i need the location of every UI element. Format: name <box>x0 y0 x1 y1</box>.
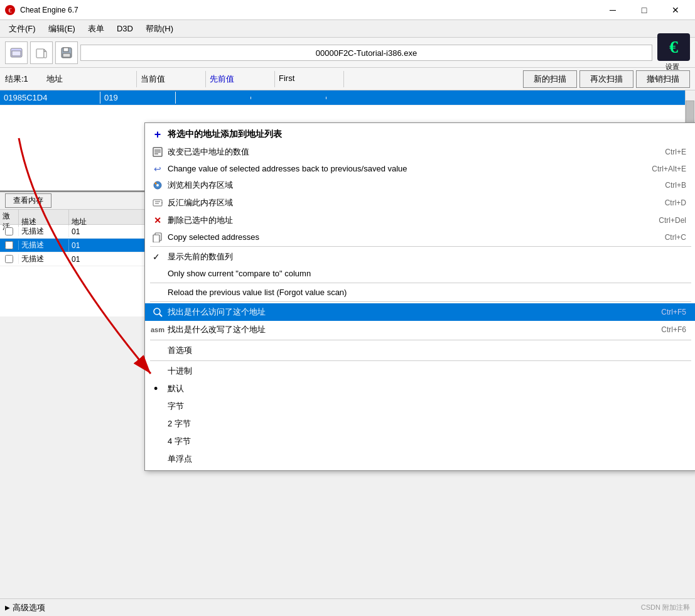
address-row-1-desc: 无描述 <box>19 225 69 237</box>
advanced-label: 高级选项 <box>13 602 45 613</box>
new-scan-button[interactable]: 新的扫描 <box>523 70 577 88</box>
ctx-find-writes-shortcut: Ctrl+F6 <box>636 325 686 334</box>
menu-d3d[interactable]: D3D <box>110 21 139 36</box>
ctx-delete-shortcut: Ctrl+Del <box>633 216 686 225</box>
ctx-float[interactable]: 单浮点 <box>145 450 695 468</box>
ctx-delete[interactable]: ✕ 删除已选中的地址 Ctrl+Del <box>145 212 695 229</box>
copy-icon <box>151 232 164 242</box>
advanced-options[interactable]: ▶ 高级选项 <box>5 602 45 613</box>
ctx-change-back[interactable]: ↩ Change value of selected addresses bac… <box>145 161 695 176</box>
ce-logo: € <box>657 33 690 61</box>
ctx-4byte-label: 4 字节 <box>168 436 191 447</box>
checkbox-1[interactable] <box>5 227 13 235</box>
ctx-find-writes-label: 找出是什么改写了这个地址 <box>168 324 266 335</box>
ctx-only-current[interactable]: Only show current "compare to" column <box>145 266 695 281</box>
ctx-find-writes[interactable]: asm 找出是什么改写了这个地址 Ctrl+F6 <box>145 321 695 338</box>
ctx-show-previous[interactable]: ✓ 显示先前的数值列 <box>145 248 695 266</box>
ctx-4byte[interactable]: 4 字节 <box>145 433 695 450</box>
result-row[interactable]: 01985C1D4 019 <box>0 90 695 105</box>
ctx-disassemble-shortcut: Ctrl+D <box>640 198 686 207</box>
svg-rect-22 <box>153 235 159 242</box>
menu-file[interactable]: 文件(F) <box>3 21 42 37</box>
ctx-reload-label: Reload the previous value list (Forgot v… <box>168 288 347 297</box>
maximize-button[interactable]: □ <box>630 0 659 20</box>
ctx-preferences-label: 首选项 <box>168 345 192 356</box>
svg-rect-6 <box>44 51 46 58</box>
ctx-change-value-shortcut: Ctrl+E <box>640 148 686 156</box>
ctx-reload[interactable]: Reload the previous value list (Forgot v… <box>145 284 695 300</box>
result-first <box>251 97 326 99</box>
ctx-byte[interactable]: 字节 <box>145 397 695 415</box>
address-row-2-desc: 无描述 <box>19 239 69 251</box>
window-controls[interactable]: ─ □ ✕ <box>598 0 690 20</box>
minimize-button[interactable]: ─ <box>598 0 627 20</box>
svg-marker-5 <box>44 49 46 51</box>
ctx-browse-memory[interactable]: 浏览相关内存区域 Ctrl+B <box>145 176 695 194</box>
ctx-find-accesses[interactable]: 找出是什么访问了这个地址 Ctrl+F5 <box>145 303 695 321</box>
col-header-first: First <box>275 71 344 87</box>
svg-line-24 <box>159 314 162 316</box>
scan-buttons: 新的扫描 再次扫描 撤销扫描 <box>523 70 690 88</box>
edit-icon <box>151 147 164 157</box>
address-row-1-checkbox[interactable] <box>0 227 19 236</box>
col-header-current: 当前值 <box>137 71 206 87</box>
view-memory-button[interactable]: 查看内存 <box>5 193 51 208</box>
context-menu: + 将选中的地址添加到地址列表 改变已选中地址的数值 Ctrl+E ↩ Chan… <box>144 122 695 471</box>
ctx-2byte-label: 2 字节 <box>168 418 191 430</box>
separator-4 <box>150 340 691 340</box>
address-row-2-checkbox[interactable] <box>0 240 19 250</box>
checkbox-3[interactable] <box>5 255 13 263</box>
svg-rect-8 <box>63 48 68 51</box>
col-header-previous: 先前值 <box>206 71 275 87</box>
result-count: 结果:1 <box>5 73 43 85</box>
process-name[interactable]: 00000F2C-Tutorial-i386.exe <box>80 45 652 61</box>
menu-help[interactable]: 帮助(H) <box>139 21 180 37</box>
address-row-3-desc: 无描述 <box>19 253 69 265</box>
undo-scan-button[interactable]: 撤销扫描 <box>636 70 690 88</box>
ctx-disassemble[interactable]: 反汇编此内存区域 Ctrl+D <box>145 194 695 212</box>
ctx-byte-label: 字节 <box>168 401 184 412</box>
window-title: Cheat Engine 6.7 <box>20 6 78 14</box>
ctx-find-accesses-shortcut: Ctrl+F5 <box>636 308 686 316</box>
disassemble-icon <box>151 198 164 208</box>
ctx-default-label: 默认 <box>168 383 184 394</box>
ctx-change-value-label: 改变已选中地址的数值 <box>168 146 249 158</box>
menu-edit[interactable]: 编辑(E) <box>42 21 82 37</box>
separator-5 <box>150 360 691 361</box>
menu-bar: 文件(F) 编辑(E) 表单 D3D 帮助(H) <box>0 20 695 38</box>
close-button[interactable]: ✕ <box>661 0 690 20</box>
ctx-add-to-list[interactable]: + 将选中的地址添加到地址列表 <box>145 126 695 143</box>
ctx-2byte[interactable]: 2 字节 <box>145 415 695 433</box>
menu-table[interactable]: 表单 <box>82 21 110 37</box>
address-row-3-checkbox[interactable] <box>0 254 19 264</box>
open-process-button[interactable] <box>5 41 28 64</box>
svg-point-23 <box>154 308 160 315</box>
svg-point-16 <box>155 183 157 185</box>
ctx-change-value[interactable]: 改变已选中地址的数值 Ctrl+E <box>145 143 695 161</box>
checkbox-2[interactable] <box>5 241 13 249</box>
settings-area: € 设置 <box>655 33 690 72</box>
delete-icon: ✕ <box>151 215 164 225</box>
result-previous <box>176 97 251 99</box>
scrollbar-thumb[interactable] <box>686 100 694 126</box>
ctx-preferences[interactable]: 首选项 <box>145 342 695 359</box>
result-address: 01985C1D4 <box>0 92 100 104</box>
ctx-find-accesses-label: 找出是什么访问了这个地址 <box>168 306 266 318</box>
ctx-default[interactable]: • 默认 <box>145 380 695 397</box>
result-current: 019 <box>100 92 176 104</box>
col-header-address: 地址 <box>43 71 137 87</box>
save-button[interactable] <box>55 41 78 64</box>
ctx-copy-label: Copy selected addresses <box>168 232 259 242</box>
watermark: CSDN 附加注释 <box>641 603 690 612</box>
title-bar-left: € Cheat Engine 6.7 <box>5 5 78 15</box>
open-file-button[interactable] <box>30 41 53 64</box>
scan-header-area: 结果:1 地址 当前值 先前值 First 新的扫描 再次扫描 撤销扫描 <box>0 68 695 90</box>
status-bar: ▶ 高级选项 CSDN 附加注释 <box>0 598 695 616</box>
column-headers: 地址 当前值 先前值 First <box>43 71 523 87</box>
ctx-decimal[interactable]: 十进制 <box>145 362 695 380</box>
rescan-button[interactable]: 再次扫描 <box>579 70 633 88</box>
ctx-copy[interactable]: Copy selected addresses Ctrl+C <box>145 229 695 245</box>
separator-2 <box>150 283 691 283</box>
svg-rect-4 <box>36 49 44 58</box>
advanced-arrow-icon: ▶ <box>5 604 10 611</box>
